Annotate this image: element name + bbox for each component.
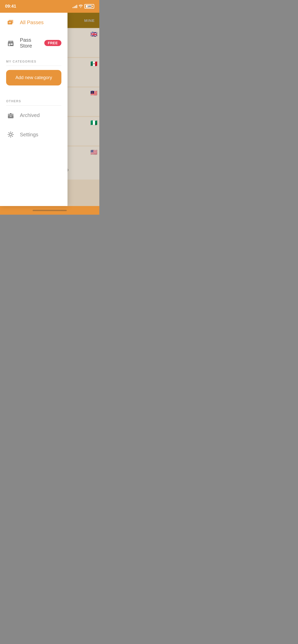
free-badge: FREE [44, 40, 61, 46]
archive-icon [6, 111, 15, 120]
store-icon [6, 38, 15, 48]
sidebar-item-all-passes[interactable]: All Passes [0, 13, 67, 32]
flag-us: 🇺🇸 [90, 149, 97, 156]
svg-rect-7 [9, 43, 10, 46]
battery-icon: 100 [84, 4, 94, 9]
flag-mx: 🇲🇽 [90, 61, 97, 67]
pass-store-label: Pass Store [20, 37, 44, 49]
add-category-button[interactable]: Add new category [6, 70, 61, 85]
all-passes-label: All Passes [20, 20, 44, 25]
svg-point-14 [10, 134, 12, 136]
svg-rect-10 [8, 115, 13, 118]
bottom-bar [0, 206, 99, 215]
svg-rect-9 [10, 41, 12, 42]
my-categories-header: MY CATEGORIES [0, 54, 67, 66]
my-categories-title: MY CATEGORIES [6, 60, 36, 63]
others-title: OTHERS [6, 99, 21, 103]
signal-icon [73, 5, 77, 8]
mine-tab: MINE [84, 18, 95, 23]
sidebar-item-archived[interactable]: Archived [0, 106, 67, 125]
flag-my: 🇲🇾 [90, 90, 97, 97]
status-bar: 09:41 100 [0, 0, 99, 13]
status-icons: 100 [73, 4, 94, 9]
archived-label: Archived [20, 112, 40, 118]
svg-rect-8 [10, 43, 13, 45]
flag-uk: 🇬🇧 [90, 31, 97, 38]
sidebar-item-settings[interactable]: Settings [0, 125, 67, 144]
wifi-icon [79, 4, 83, 9]
status-time: 09:41 [5, 4, 16, 9]
others-header: OTHERS [0, 94, 67, 105]
home-indicator [33, 210, 67, 211]
my-categories-divider [6, 66, 61, 66]
passes-icon [6, 18, 15, 27]
main-layout: MINE 🇬🇧 ya2:55 🇲🇽 8:06 🇲🇾 2:14 🇳🇬 3:05 🇺… [0, 13, 99, 206]
sidebar-item-pass-store[interactable]: Pass Store FREE [0, 32, 67, 54]
sidebar: All Passes Pass Store FREE MY CATEGORIES [0, 13, 67, 206]
svg-rect-13 [10, 116, 12, 116]
settings-label: Settings [20, 132, 38, 138]
settings-icon [6, 130, 15, 139]
flag-ng: 🇳🇬 [90, 120, 97, 126]
